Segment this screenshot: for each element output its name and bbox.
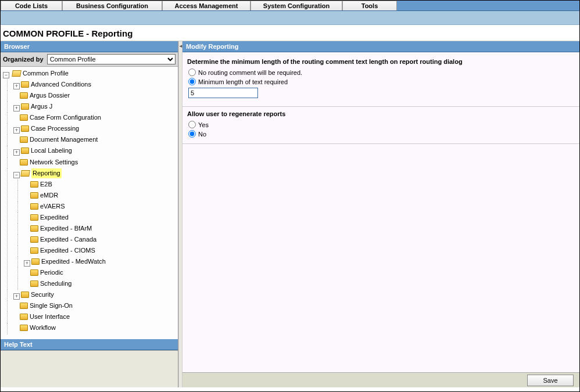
organized-by-select[interactable]: Common Profile (47, 54, 176, 64)
tree-item[interactable]: Single Sign-On (20, 301, 73, 311)
q2-no-radio[interactable] (188, 130, 196, 138)
tree-item-label: Case Processing (31, 124, 79, 134)
tree-expand-icon[interactable]: + (13, 127, 20, 134)
tree-item-label: eMDR (40, 190, 58, 200)
top-menubar: Code Lists Business Configuration Access… (1, 1, 579, 11)
tree-item-label: User Interface (30, 312, 70, 322)
tree-item-label: Network Settings (30, 157, 78, 167)
tree-item[interactable]: Expedited - MedWatch (31, 257, 106, 267)
tree-item[interactable]: E2B (30, 179, 52, 189)
tree-item[interactable]: Local Labeling (21, 146, 72, 156)
folder-icon (20, 325, 28, 331)
tree-item-label: Expedited (40, 213, 69, 222)
form-footer: Save (182, 372, 579, 387)
tree-item[interactable]: Case Form Configuration (20, 113, 101, 123)
tree-root[interactable]: Common Profile (12, 69, 69, 78)
folder-icon (30, 203, 38, 210)
folder-open-icon (20, 170, 30, 177)
tree-item[interactable]: eVAERS (30, 202, 65, 211)
profile-tree[interactable]: − Common Profile +Advanced ConditionsArg… (1, 67, 178, 339)
tree-item[interactable]: Expedited (30, 213, 69, 222)
folder-icon (20, 314, 28, 320)
tree-item[interactable]: Network Settings (20, 157, 78, 167)
q2-label: Allow user to regenerate reports (187, 110, 575, 117)
tree-item[interactable]: Expedited - CIOMS (30, 246, 95, 256)
folder-icon (30, 236, 38, 243)
q1-opt1-label: No routing comment will be required. (198, 69, 302, 76)
tree-item-label: Workflow (30, 323, 56, 333)
folder-icon (30, 225, 38, 232)
save-button[interactable]: Save (527, 375, 574, 386)
pane-splitter[interactable] (178, 41, 182, 387)
folder-icon (20, 136, 28, 143)
page-title: COMMON PROFILE - Reporting (1, 25, 579, 41)
tree-item[interactable]: User Interface (20, 312, 70, 322)
tree-item[interactable]: Workflow (20, 323, 56, 333)
tree-item[interactable]: Argus Dossier (20, 91, 70, 100)
tree-item[interactable]: Document Management (20, 135, 98, 145)
menu-code-lists[interactable]: Code Lists (1, 1, 62, 10)
folder-icon (20, 92, 28, 99)
folder-icon (21, 148, 29, 154)
folder-icon (30, 247, 38, 254)
folder-icon (21, 125, 29, 132)
organized-by-label: Organized by (3, 56, 44, 63)
tree-item-label: Security (31, 290, 54, 300)
tree-item[interactable]: Argus J (21, 102, 52, 112)
folder-icon (30, 269, 38, 276)
help-text-header: Help Text (1, 339, 178, 350)
folder-icon (20, 159, 28, 166)
folder-icon (20, 114, 28, 121)
tree-item[interactable]: Case Processing (21, 124, 79, 134)
tree-item[interactable]: Security (21, 290, 54, 300)
q2-yes-radio[interactable] (188, 121, 196, 128)
tree-root-label: Common Profile (23, 69, 69, 78)
tree-item[interactable]: Expedited - Canada (30, 235, 96, 244)
tree-item-label: Scheduling (40, 279, 71, 289)
folder-icon (31, 258, 40, 265)
q2-yes-label: Yes (198, 121, 209, 128)
tree-item-label: Document Management (30, 135, 98, 145)
browser-header: Browser (1, 41, 178, 52)
q2-no-label: No (198, 131, 206, 138)
tree-collapse-icon[interactable]: − (13, 172, 20, 178)
folder-icon (30, 181, 38, 188)
tree-item-label: Expedited - CIOMS (40, 246, 95, 256)
tree-item-label: Argus J (31, 102, 52, 112)
tree-item[interactable]: Periodic (30, 268, 63, 278)
menu-system-config[interactable]: System Configuration (250, 1, 342, 10)
folder-icon (21, 103, 29, 110)
tree-item[interactable]: Expedited - BfArM (30, 224, 92, 233)
menu-tools[interactable]: Tools (342, 1, 397, 10)
folder-icon (30, 192, 38, 199)
folder-icon (21, 292, 29, 298)
tree-item[interactable]: Advanced Conditions (21, 80, 91, 89)
sub-toolbar (1, 11, 579, 25)
organized-by-row: Organized by Common Profile (1, 52, 178, 67)
tree-expand-icon[interactable]: + (13, 149, 20, 156)
tree-expand-icon[interactable]: + (13, 105, 20, 112)
folder-icon (30, 214, 38, 221)
tree-item[interactable]: Scheduling (30, 279, 71, 289)
folder-icon (21, 81, 29, 88)
tree-item[interactable]: Reporting (21, 168, 62, 178)
q1-opt2-radio[interactable] (188, 78, 196, 85)
tree-item[interactable]: eMDR (30, 190, 58, 200)
q1-label: Determine the minimum length of the rout… (187, 58, 575, 65)
menu-business-config[interactable]: Business Configuration (62, 1, 162, 10)
tree-expand-icon[interactable]: + (13, 83, 20, 89)
tree-expand-icon[interactable]: + (13, 293, 20, 300)
tree-item-label: Argus Dossier (30, 91, 70, 100)
folder-icon (30, 280, 38, 287)
tree-item-label: Periodic (40, 268, 63, 278)
tree-item-label: E2B (40, 179, 52, 189)
q1-opt1-radio[interactable] (188, 69, 196, 76)
tree-expand-icon[interactable]: + (24, 260, 30, 267)
tree-item-label: Local Labeling (31, 146, 72, 156)
q1-opt2-label: Minimum length of text required (198, 78, 288, 85)
help-text-area (1, 350, 178, 387)
tree-item-label: Single Sign-On (30, 301, 73, 311)
q1-value-input[interactable] (188, 88, 258, 98)
tree-collapse-icon[interactable]: − (3, 72, 9, 78)
menu-access-mgmt[interactable]: Access Management (162, 1, 250, 10)
